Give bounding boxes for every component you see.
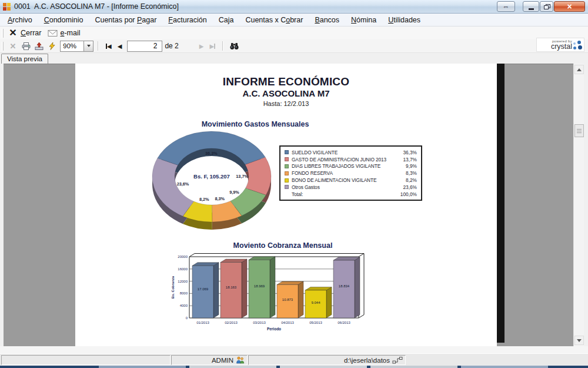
separator	[98, 41, 99, 51]
donut-slice	[158, 131, 266, 165]
legend-percent: 8,3%	[406, 170, 417, 176]
chart-text: 10.873	[282, 298, 293, 301]
menu-item-archivo[interactable]: Archivo	[2, 15, 38, 25]
print-button[interactable]	[19, 40, 32, 52]
bar-chart: 04000800012000160002000017.06901/201318.…	[169, 251, 369, 336]
menu-item-cuentas-por-pagar[interactable]: Cuentas por Pagar	[89, 15, 162, 25]
refresh-button[interactable]	[45, 40, 58, 52]
status-bar: ADMIN d:\jeserla\datos	[0, 353, 588, 366]
scrollbar-thumb[interactable]	[574, 124, 584, 137]
restore-button[interactable]	[540, 1, 553, 12]
minimize-button[interactable]	[523, 1, 539, 12]
legend-percent: 9,9%	[406, 163, 417, 169]
chart-text: 16000	[178, 267, 188, 271]
restore-icon	[544, 4, 550, 9]
export-icon	[34, 42, 44, 51]
tab-row: Vista previa	[0, 53, 588, 64]
email-button[interactable]	[46, 27, 59, 39]
zoom-dropdown-button[interactable]	[83, 41, 93, 52]
bar-side	[326, 287, 332, 318]
legend-row: SUELDO VIGILANTE36,3%	[285, 149, 417, 156]
legend-row: DIAS LIBRES TRABAJADOS VIGILANTE9,9%	[285, 163, 417, 170]
report-page: INFORME ECONÓMICO A.C. ASOCOLINA M7 Hast…	[75, 64, 497, 346]
menu-item-utilidades[interactable]: Utilidades	[382, 15, 426, 25]
scroll-down-button[interactable]	[574, 336, 584, 345]
menu-item-bancos[interactable]: Bancos	[309, 15, 345, 25]
chart-text: 13,7%	[236, 174, 248, 179]
legend-percent: 13,7%	[403, 157, 417, 163]
chart-text: 8,3%	[215, 196, 225, 201]
menu-bar: ArchivoCondominioCuentas por PagarFactur…	[0, 14, 588, 26]
prev-page-button[interactable]: ◀	[115, 40, 125, 52]
chart-text: 04/2013	[281, 321, 294, 324]
zoom-select[interactable]: 90%	[60, 41, 93, 52]
binoculars-icon	[229, 42, 239, 50]
legend-label: SUELDO VIGILANTE	[292, 150, 338, 155]
find-button[interactable]	[228, 40, 240, 52]
menu-item-caja[interactable]: Caja	[213, 15, 240, 25]
legend-percent: 100,0%	[400, 191, 417, 197]
toolbar-grip-2[interactable]	[2, 42, 4, 51]
legend-swatch	[285, 157, 289, 161]
horizontal-scroll-strip[interactable]	[0, 346, 588, 353]
last-page-button[interactable]: ▶	[206, 40, 218, 52]
bar	[333, 260, 355, 318]
bar	[192, 266, 213, 318]
vertical-scrollbar[interactable]	[573, 64, 584, 346]
chart-text: 9.044	[311, 301, 320, 304]
menu-item-condominio[interactable]: Condominio	[38, 15, 89, 25]
two-people-icon	[236, 356, 245, 364]
email-label[interactable]: e-mail	[60, 29, 80, 37]
chart-text: 18.163	[226, 286, 237, 289]
chart-text: 4000	[180, 304, 188, 307]
tab-vista-previa[interactable]: Vista previa	[1, 54, 48, 64]
chevron-down-icon	[87, 45, 91, 47]
chart-text: 18.969	[254, 284, 265, 288]
legend-swatch	[285, 150, 289, 154]
chart-frame	[359, 254, 364, 257]
menu-item-cuentas-x-cobrar[interactable]: Cuentas x Cobrar	[239, 15, 309, 25]
page-shadow	[497, 64, 505, 343]
page-number-input[interactable]	[127, 41, 162, 52]
legend-swatch	[285, 164, 289, 168]
menu-item-facturaci-n[interactable]: Facturación	[162, 15, 212, 25]
crystal-label: crystal	[551, 43, 572, 51]
close-icon: ×	[567, 2, 572, 11]
donut-legend: SUELDO VIGILANTE36,3%GASTO DE ADMINISTRA…	[279, 145, 422, 201]
bar-side	[298, 281, 303, 318]
first-page-button[interactable]: ◀	[103, 40, 115, 52]
scroll-up-button[interactable]	[574, 65, 584, 74]
legend-swatch	[285, 185, 289, 189]
legend-swatch	[285, 171, 289, 175]
preview-area: INFORME ECONÓMICO A.C. ASOCOLINA M7 Hast…	[0, 64, 588, 346]
lightning-bolt-icon	[48, 42, 56, 51]
x-mark-icon: ✕	[9, 28, 16, 38]
next-page-button[interactable]: ▶	[196, 40, 207, 52]
page-of-label: de 2	[165, 42, 178, 50]
donut-chart: 36,3%13,7%9,9%8,3%8,2%23,6%Bs. F, 105.20…	[150, 130, 276, 238]
bar-side	[355, 257, 360, 318]
chart-text: 18.834	[339, 284, 350, 288]
zoom-value: 90%	[60, 41, 83, 52]
toolbar-grip[interactable]	[2, 29, 4, 38]
legend-label: BONO DE ALIMENTACION VIGILANTE	[292, 177, 376, 183]
legend-label: FONDO RESERVA	[292, 170, 333, 176]
bar	[220, 263, 242, 318]
export-button[interactable]	[32, 40, 45, 52]
close-preview-button[interactable]: ✕	[6, 27, 19, 39]
chart-text: 20000	[178, 255, 188, 258]
desktop-taskbar-sliver	[0, 366, 588, 368]
envelope-icon	[48, 29, 58, 37]
close-preview-label[interactable]: Cerrar	[21, 29, 41, 37]
report-subtitle: A.C. ASOCOLINA M7	[75, 88, 497, 98]
bar-side	[242, 259, 247, 318]
legend-percent: 8,2%	[406, 177, 417, 183]
donut-chart-title: Movimiento Gastos Mensuales	[75, 120, 435, 128]
status-cell-user: ADMIN	[171, 355, 248, 365]
triangle-down-icon	[577, 339, 582, 342]
close-button[interactable]: ×	[554, 1, 585, 12]
close-report-button-disabled[interactable]: ✕	[6, 40, 19, 52]
legend-label: Total:	[292, 191, 303, 197]
menu-item-n-mina[interactable]: Nómina	[345, 15, 382, 25]
mdi-resize-button[interactable]: ⇔	[497, 1, 515, 12]
